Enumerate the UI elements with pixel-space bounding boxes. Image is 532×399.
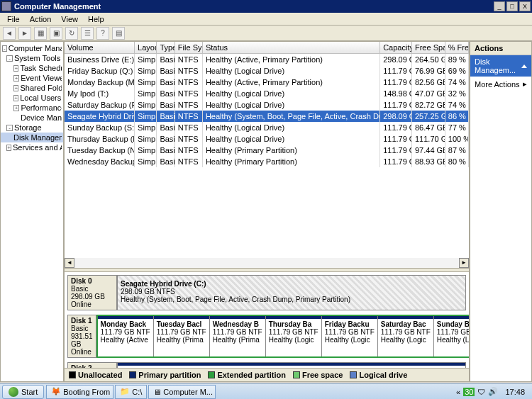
partition[interactable]: Seagate Hybrid Drive (C:)298.09 GB NTFSH…	[118, 276, 465, 310]
partition[interactable]: Tuesday Bacl111.79 GB NTFHealthy (Prima	[154, 316, 210, 356]
volume-row[interactable]: Monday Backup (M:)SimpleBasicNTFSHealthy…	[65, 77, 469, 88]
col-status[interactable]: Status	[203, 42, 380, 53]
tree-device-manager[interactable]: Device Manager	[1, 113, 63, 123]
tree-shared-folders[interactable]: +Shared Folders	[1, 83, 63, 93]
actions-header: Actions	[470, 42, 531, 55]
col-volume[interactable]: Volume	[65, 42, 135, 53]
tree-services[interactable]: +Services and Applic	[1, 142, 63, 152]
disk-header: Disk 1Basic931.51 GBOnline	[67, 315, 96, 358]
volume-list[interactable]: Volume Layout Type File System Status Ca…	[65, 42, 469, 167]
disk-map[interactable]: Monday Back111.79 GB NTFHealthy (ActiveT…	[96, 315, 469, 358]
chevron-right-icon: ▸	[523, 79, 527, 89]
partition[interactable]: Friday Backu111.79 GB NTFHealthy (Logic	[322, 316, 378, 356]
tree-root[interactable]: -Computer Managemen	[1, 43, 63, 53]
volume-row[interactable]: Saturday Backup (R:)SimpleBasicNTFSHealt…	[65, 99, 469, 111]
tray-icon[interactable]: 🔊	[488, 387, 498, 396]
col-capacity[interactable]: Capacity	[380, 42, 412, 53]
more-actions[interactable]: More Actions ▸	[470, 77, 531, 91]
tray-icon[interactable]: «	[456, 388, 460, 396]
window-title: Computer Management	[14, 2, 492, 11]
navigation-tree[interactable]: -Computer Managemen -System Tools +Task …	[0, 41, 64, 382]
tray-icon[interactable]: 30	[463, 388, 475, 396]
disk-0[interactable]: Disk 0Basic298.09 GBOnlineSeagate Hybrid…	[67, 275, 466, 310]
h-scrollbar[interactable]: ◄►	[65, 258, 469, 268]
minimize-button[interactable]: _	[494, 1, 505, 11]
taskbar[interactable]: Start 🦊Booting From ... 📁C:\ 🖥Computer M…	[0, 383, 532, 399]
legend-free: Free space	[302, 371, 343, 379]
toolbar: ◄ ► ▦ ▣ ↻ ☰ ? ▤	[0, 26, 532, 41]
toolbar-icon[interactable]: ▣	[50, 27, 62, 40]
volume-row[interactable]: Wednesday Backup (O:)SimpleBasicNTFSHeal…	[65, 156, 469, 167]
disk-map[interactable]: Seagate Hybrid Drive (C:)298.09 GB NTFSH…	[117, 275, 466, 310]
volume-row[interactable]: Thursday Backup (P:)SimpleBasicNTFSHealt…	[65, 133, 469, 145]
legend-logical: Logical drive	[359, 371, 407, 379]
volume-row[interactable]: Tuesday Backup (N:)SimpleBasicNTFSHealth…	[65, 145, 469, 156]
actions-pane: Actions Disk Managem... More Actions ▸	[470, 41, 532, 382]
col-freespace[interactable]: Free Space	[412, 42, 445, 53]
disk-graphical-view[interactable]: Disk 0Basic298.09 GBOnlineSeagate Hybrid…	[65, 272, 469, 369]
partition[interactable]: Thursday Ba111.79 GB NTFHealthy (Logic	[266, 316, 322, 356]
volume-row[interactable]: Sunday Backup (S:)SimpleBasicNTFSHealthy…	[65, 122, 469, 133]
legend-extended: Extended partition	[217, 371, 286, 379]
maximize-button[interactable]: □	[506, 1, 518, 11]
tray-icon[interactable]: 🛡	[477, 388, 485, 396]
legend-unallocated: Unallocated	[78, 371, 122, 379]
menu-action[interactable]: Action	[26, 15, 56, 23]
main-content: Volume Layout Type File System Status Ca…	[64, 41, 470, 382]
disk-1[interactable]: Disk 1Basic931.51 GBOnlineMonday Back111…	[67, 315, 466, 358]
start-label: Start	[21, 388, 38, 396]
help-icon[interactable]: ?	[96, 27, 109, 40]
partition[interactable]: Business Drive (E:)298.09 GB NTFSHealthy…	[118, 363, 465, 369]
volume-list-header: Volume Layout Type File System Status Ca…	[65, 42, 469, 54]
col-type[interactable]: Type	[157, 42, 174, 53]
partition[interactable]: Wednesday B111.79 GB NTFHealthy (Prima	[210, 316, 266, 356]
windows-orb-icon	[9, 387, 18, 397]
collapse-icon	[521, 64, 527, 68]
tree-event-viewer[interactable]: +Event Viewer	[1, 73, 63, 83]
disk-header: Disk 0Basic298.09 GBOnline	[67, 275, 117, 310]
disk-2[interactable]: Disk 2Basic298.09 GBOnlineBusiness Drive…	[67, 362, 466, 369]
tree-disk-management[interactable]: Disk Management	[1, 133, 63, 142]
taskbar-item[interactable]: 🖥Computer M...	[148, 385, 216, 399]
refresh-icon[interactable]: ↻	[65, 27, 78, 40]
taskbar-item[interactable]: 📁C:\	[115, 385, 147, 399]
toolbar-icon[interactable]: ▤	[112, 27, 125, 40]
forward-icon[interactable]: ►	[18, 27, 31, 40]
partition[interactable]: Sunday Back111.79 GB NTFHealthy (Logic	[434, 316, 469, 356]
start-button[interactable]: Start	[2, 385, 44, 399]
volume-row[interactable]: Business Drive (E:)SimpleBasicNTFSHealth…	[65, 54, 469, 65]
menu-view[interactable]: View	[57, 15, 82, 23]
tree-storage[interactable]: -Storage	[1, 123, 63, 133]
menu-bar: File Action View Help	[0, 13, 532, 26]
app-icon	[1, 1, 11, 11]
partition[interactable]: Monday Back111.79 GB NTFHealthy (Active	[98, 316, 154, 356]
close-button[interactable]: X	[519, 1, 531, 11]
tree-task-scheduler[interactable]: +Task Scheduler	[1, 63, 63, 73]
legend: Unallocated Primary partition Extended p…	[65, 368, 469, 381]
col-pctfree[interactable]: % Fre	[445, 42, 469, 53]
legend-primary: Primary partition	[138, 371, 201, 379]
disk-map[interactable]: Business Drive (E:)298.09 GB NTFSHealthy…	[117, 362, 466, 369]
back-icon[interactable]: ◄	[3, 27, 16, 40]
tree-local-users[interactable]: +Local Users and	[1, 93, 63, 103]
actions-selected[interactable]: Disk Managem...	[470, 55, 531, 77]
system-tray[interactable]: « 30 🛡 🔊 17:48	[453, 387, 532, 396]
taskbar-item[interactable]: 🦊Booting From ...	[46, 385, 113, 399]
actions-selected-label: Disk Managem...	[475, 57, 521, 74]
tree-system-tools[interactable]: -System Tools	[1, 53, 63, 63]
toolbar-icon[interactable]: ☰	[81, 27, 94, 40]
clock[interactable]: 17:48	[501, 388, 529, 396]
menu-file[interactable]: File	[3, 15, 24, 23]
disk-header: Disk 2Basic298.09 GBOnline	[67, 362, 117, 369]
volume-row[interactable]: Friday Backup (Q:)SimpleBasicNTFSHealthy…	[65, 65, 469, 77]
col-layout[interactable]: Layout	[135, 42, 157, 53]
titlebar: Computer Management _ □ X	[0, 0, 532, 13]
volume-row[interactable]: My Ipod (T:)SimpleBasicNTFSHealthy (Logi…	[65, 88, 469, 99]
col-filesystem[interactable]: File System	[175, 42, 203, 53]
volume-row[interactable]: Seagate Hybrid Drive (C:)SimpleBasicNTFS…	[65, 111, 469, 122]
more-actions-label: More Actions	[475, 80, 520, 89]
tree-performance[interactable]: +Performance	[1, 103, 63, 113]
partition[interactable]: Saturday Bac111.79 GB NTFHealthy (Logic	[378, 316, 434, 356]
toolbar-icon[interactable]: ▦	[34, 27, 47, 40]
menu-help[interactable]: Help	[84, 15, 109, 23]
